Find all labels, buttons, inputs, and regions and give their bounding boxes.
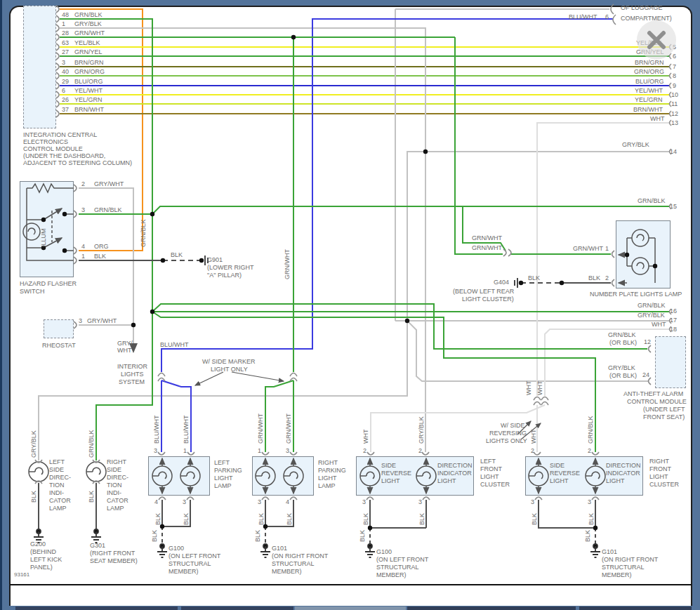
g200-loc-2: LEFT KICK <box>30 556 62 563</box>
rc-b3b-num: 3 <box>588 498 591 505</box>
grywht-label-2: WHT <box>117 347 132 354</box>
rpk-b4-label: BLK <box>286 513 293 525</box>
lc-bulb2-2: INDICATOR <box>437 470 472 477</box>
hz-caption-2: SWITCH <box>20 288 45 295</box>
rc-wht-label: WHT <box>530 430 537 444</box>
lc-bulb2-1: DIRECTION <box>437 462 473 469</box>
icm-pin-27: 27 <box>62 48 69 55</box>
rp8-label: GRN/ORG <box>634 68 664 75</box>
bluwht-label: BLU/WHT <box>160 341 189 348</box>
rp7-label: BRN/GRN <box>635 59 664 66</box>
hz-caption-1: HAZARD FLASHER <box>20 280 77 287</box>
at-caption-4: FRONT SEAT) <box>643 413 685 420</box>
interior-3: SYSTEM <box>119 378 145 385</box>
lc-b3a-num: 3 <box>362 498 366 505</box>
icm-wire-1: GRY/BLK <box>74 20 102 27</box>
icm-pin-26: 26 <box>62 96 69 103</box>
rlamp-cap-5: INDI- <box>107 489 121 496</box>
llamp-cap-4: TION <box>49 482 65 489</box>
at-caption-1: ANTI-THEFT ALARM <box>623 390 683 397</box>
rpk-b3-label: BLK <box>258 513 265 525</box>
hz-pin-2: 2 <box>81 180 85 187</box>
lp-pin3-num: 3 <box>154 447 157 454</box>
side-rev-note-2: REVERSING <box>489 430 527 437</box>
rc-caption-1: RIGHT <box>649 458 669 465</box>
g100a-name: G100 <box>169 545 184 552</box>
lc-wht-label: WHT <box>362 430 369 444</box>
llamp-cap-3: DIREC- <box>49 474 71 481</box>
np-pin1-wire: GRN/WHT <box>573 245 603 252</box>
lc-b3b-num: 3 <box>418 498 422 505</box>
lc-caption-3: LIGHT <box>480 473 499 480</box>
close-button[interactable] <box>637 20 676 60</box>
hz-wire-2: GRY/WHT <box>94 180 124 187</box>
bottom-cell-4 <box>407 606 576 610</box>
g901-name: G901 <box>207 256 223 263</box>
g301-loc-2: SEAT MEMBER) <box>90 557 138 564</box>
close-icon <box>645 28 668 52</box>
number-plate-lights-lamp-box <box>616 220 671 289</box>
icm-pin-28: 28 <box>62 29 69 37</box>
icm-caption-5: ADJACENT TO STEERING COLUMN) <box>23 159 132 166</box>
at-caption-2: CONTROL MODULE <box>627 398 687 405</box>
g404-loc-1: (BELOW LEFT REAR <box>453 288 514 295</box>
icm-wire-28: GRN/WHT <box>74 29 105 37</box>
bottom-cell-3 <box>295 606 406 610</box>
icm-pin-63: 63 <box>62 39 69 46</box>
rp13-label: WHT <box>650 115 665 122</box>
lc-bulb1-3: LIGHT <box>381 477 400 484</box>
rlamp-cap-3: DIREC- <box>107 474 128 481</box>
rp16-label: GRN/BLK <box>638 302 666 309</box>
g100b-name: G100 <box>376 548 392 555</box>
llamp-wire-label: GRY/BLK <box>30 430 37 458</box>
icm-wire-63: YEL/BLK <box>74 39 100 46</box>
icm-wire-29: BLU/ORG <box>74 78 103 85</box>
rp17-num: 17 <box>670 317 677 324</box>
g901-loc-1: (LOWER RIGHT <box>207 264 254 271</box>
llamp-cap-5: INDI- <box>49 489 64 496</box>
illum-label: ILLUM <box>40 228 47 247</box>
rlamp-cap-2: SIDE <box>107 466 121 473</box>
lp-caption-1: LEFT <box>214 459 230 466</box>
llamp-cap-7: LAMP <box>49 505 67 512</box>
rc-b3a-label: BLK <box>531 513 538 525</box>
lc-bulb1-2: REVERSE <box>381 470 411 477</box>
lc-caption-4: CLUSTER <box>480 481 510 488</box>
at12-label2: (OR BLK) <box>609 339 637 346</box>
side-marker-2: LIGHT ONLY <box>211 366 248 373</box>
rc-gnd-blk: BLK <box>584 530 591 542</box>
np-pin2-num: 2 <box>605 274 609 281</box>
lc-b3a-label: BLK <box>362 513 369 525</box>
llamp-blk-label: BLK <box>30 491 37 503</box>
right-parking-light-lamp-box <box>252 456 314 496</box>
rp8-num: 8 <box>673 72 676 79</box>
grnwht-vert-label: GRN/WHT <box>284 249 291 279</box>
llamp-cap-2: SIDE <box>49 466 64 473</box>
rc-caption-4: CLUSTER <box>649 481 679 488</box>
g901-wire-label: BLK <box>171 251 183 258</box>
icm-caption-2: ELECTRONICS <box>23 138 68 145</box>
lc-caption-2: FRONT <box>480 465 502 472</box>
rc-bulb1-3: LIGHT <box>550 477 569 484</box>
icm-wire-6: YEL/WHT <box>74 87 103 94</box>
interior-1: INTERIOR <box>117 363 147 370</box>
rpk-caption-4: LAMP <box>318 482 336 489</box>
lp-pin1-label: BLU/WHT <box>183 416 190 444</box>
rc-grnblk-label: GRN/BLK <box>587 416 594 444</box>
bottom-cell-1 <box>15 606 178 610</box>
icm-pin-37: 37 <box>62 106 69 113</box>
hz-pin-4: 4 <box>81 243 85 250</box>
icm-pin-1: 1 <box>62 20 65 27</box>
np-feed-label-1: GRN/WHT <box>472 234 502 241</box>
side-rev-note-1: W/ SIDE <box>501 422 525 429</box>
g100b-loc-3: MEMBER) <box>376 571 407 578</box>
hz-wire-1: BLK <box>94 253 106 260</box>
rheo-wire: GRY/WHT <box>87 317 117 324</box>
icm-wire-26: YEL/GRN <box>74 96 103 103</box>
lc-caption-1: LEFT <box>480 458 496 465</box>
g101b-loc-1: (ON RIGHT FRONT <box>602 556 658 563</box>
g100a-loc-3: MEMBER) <box>169 568 199 575</box>
side-rev-note-3: LIGHTS ONLY <box>486 437 527 444</box>
rpk-b4-num: 4 <box>286 498 289 505</box>
at24-label2: (OR BLK) <box>609 372 637 379</box>
